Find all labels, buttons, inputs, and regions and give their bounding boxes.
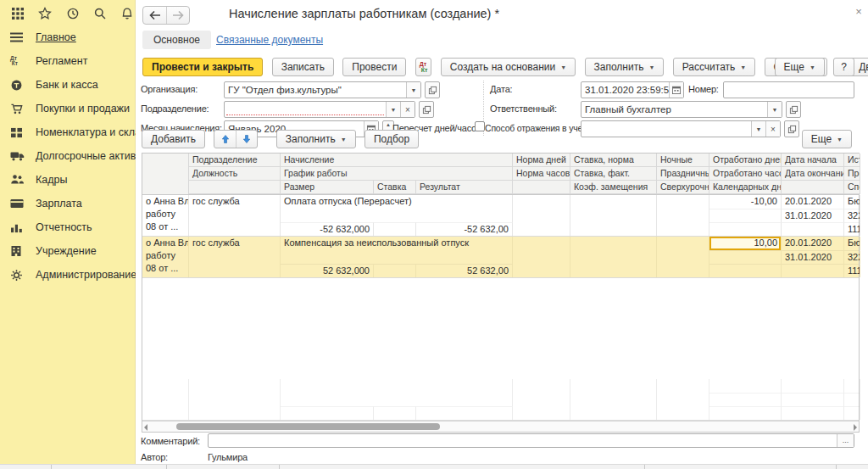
cell-norm[interactable] xyxy=(513,237,570,277)
cell-employee[interactable]: о Анна Вла... работу 08 от ... xyxy=(142,195,189,236)
cell-employee[interactable]: о Анна Вла... работу 08 от ... xyxy=(142,237,189,277)
responsible-value[interactable]: Главный бухгалтер xyxy=(581,102,767,117)
cell-date-end[interactable]: 31.01.2020 xyxy=(782,209,844,222)
cell-night[interactable] xyxy=(657,195,709,236)
cell-date-blank[interactable] xyxy=(782,264,844,277)
dropdown-caret-icon[interactable]: ▼ xyxy=(767,102,782,117)
sidebar-item-reporting[interactable]: Отчетность xyxy=(0,215,135,239)
calculate-button[interactable]: Рассчитать▼ xyxy=(673,58,756,76)
post-button[interactable]: Провести xyxy=(342,58,406,76)
cell-norm[interactable] xyxy=(513,195,570,236)
cell-fin-specifics[interactable]: 111 xyxy=(844,264,860,277)
search-icon[interactable] xyxy=(92,5,108,22)
cell-date-start[interactable]: 20.01.2020 xyxy=(782,237,844,250)
date-field[interactable]: 31.01.2020 23:59:59 xyxy=(581,81,684,98)
organization-open-button[interactable] xyxy=(425,81,440,98)
dropdown-caret-icon[interactable]: ▼ xyxy=(386,102,400,117)
organization-value[interactable]: ГУ "Отдел физ.культуры" xyxy=(225,82,406,98)
cell-fin-program[interactable]: 322 xyxy=(844,209,860,222)
department-value[interactable] xyxy=(226,103,384,115)
table-fill-button[interactable]: Заполнить▼ xyxy=(276,130,356,148)
cell-date-start[interactable]: 20.01.2020 xyxy=(782,195,844,209)
scroll-right-icon[interactable] xyxy=(854,424,857,431)
table-row[interactable]: о Анна Вла... работу 08 от ... гос служб… xyxy=(142,195,859,237)
cell-size[interactable]: -52 632,000 xyxy=(281,222,374,236)
cell-worked-days-active[interactable]: 10,00 xyxy=(709,237,782,250)
forward-button[interactable] xyxy=(166,7,189,24)
tab-main[interactable]: Основное xyxy=(142,31,211,49)
add-row-button[interactable]: Добавить xyxy=(142,130,205,148)
pick-button[interactable]: Подбор xyxy=(364,130,419,148)
sidebar-item-main[interactable]: Главное xyxy=(0,25,135,49)
cell-result[interactable]: 52 632,00 xyxy=(416,264,513,277)
sidebar-item-administration[interactable]: Администрирование xyxy=(0,263,135,287)
sidebar-item-bank-cash[interactable]: Банк и касса xyxy=(0,73,135,97)
sidebar-item-salary[interactable]: Зарплата xyxy=(0,192,135,215)
cell-rates[interactable] xyxy=(570,195,657,236)
cell-calendar-days[interactable] xyxy=(709,264,782,277)
sidebar-item-institution[interactable]: Учреждение xyxy=(0,239,135,263)
calendar-icon[interactable] xyxy=(669,82,683,98)
sidebar-item-hr[interactable]: Кадры xyxy=(0,168,135,192)
fill-button[interactable]: Заполнить▼ xyxy=(585,58,665,76)
post-and-close-button[interactable]: Провести и закрыть xyxy=(142,58,263,76)
organization-field[interactable]: ГУ "Отдел физ.культуры" ▼ xyxy=(224,81,421,98)
move-up-icon[interactable] xyxy=(214,131,236,148)
cell-worked-days[interactable]: -10,00 xyxy=(709,195,782,209)
cell-size[interactable]: 52 632,000 xyxy=(281,264,374,277)
sidebar-item-purchases-sales[interactable]: Покупки и продажи xyxy=(0,97,135,120)
create-based-on-button[interactable]: Создать на основании▼ xyxy=(441,58,576,76)
apps-grid-icon[interactable] xyxy=(10,5,25,22)
sidebar-item-long-term-assets[interactable]: Долгосрочные активы xyxy=(0,144,135,168)
tab-related-documents[interactable]: Связанные документы xyxy=(216,34,323,46)
cell-fin-specifics[interactable]: 111 xyxy=(844,222,860,236)
sidebar-item-nomenclature-warehouse[interactable]: Номенклатура и склад xyxy=(0,120,135,144)
comment-value[interactable] xyxy=(209,434,837,447)
bottom-windows-bar[interactable] xyxy=(0,464,868,469)
date-value[interactable]: 31.01.2020 23:59:59 xyxy=(581,82,669,98)
cell-department[interactable]: гос служба xyxy=(189,195,281,236)
cell-schedule[interactable] xyxy=(281,250,513,264)
cell-fin-program[interactable]: 322 xyxy=(844,250,860,264)
cell-rate[interactable] xyxy=(374,222,416,236)
horizontal-scrollbar[interactable] xyxy=(142,421,859,432)
cell-date-blank[interactable] xyxy=(782,222,844,236)
table-more-button[interactable]: Еще▼ xyxy=(802,130,852,148)
close-icon[interactable]: × xyxy=(852,5,865,18)
cell-accrual[interactable]: Оплата отпуска (Перерасчет) xyxy=(281,195,513,209)
cell-worked-hours[interactable] xyxy=(709,209,782,222)
help-button[interactable]: ? xyxy=(833,58,854,76)
sidebar-item-reglament[interactable]: Дт Кт Регламент xyxy=(0,49,135,73)
cell-fin-source[interactable]: Бюд xyxy=(844,237,860,250)
department-open-button[interactable] xyxy=(419,101,434,118)
star-icon[interactable] xyxy=(37,5,53,22)
cell-result[interactable]: -52 632,00 xyxy=(416,222,513,236)
more-button[interactable]: Еще▼ xyxy=(775,58,825,76)
table-row-selected[interactable]: о Анна Вла... работу 08 от ... гос служб… xyxy=(142,237,859,278)
cell-date-end[interactable]: 31.01.2020 xyxy=(782,250,844,264)
comment-more-button[interactable]: ... xyxy=(837,434,854,447)
department-field[interactable]: ▼ × xyxy=(224,101,415,118)
notifications-bell-icon[interactable] xyxy=(120,5,135,22)
cell-fin-source[interactable]: Бюд xyxy=(844,195,860,209)
save-button[interactable]: Записать xyxy=(272,58,334,76)
number-field[interactable] xyxy=(723,81,854,98)
scrollbar-thumb[interactable] xyxy=(176,423,440,430)
responsible-open-button[interactable] xyxy=(786,101,801,118)
cell-schedule[interactable] xyxy=(281,209,513,222)
back-button[interactable] xyxy=(143,7,166,24)
responsible-field[interactable]: Главный бухгалтер ▼ xyxy=(581,101,782,118)
cell-calendar-days[interactable] xyxy=(709,222,782,236)
comment-field[interactable]: ... xyxy=(208,433,854,448)
cell-rate[interactable] xyxy=(374,264,416,277)
cell-department[interactable]: гос служба xyxy=(189,237,281,277)
number-value[interactable] xyxy=(724,82,854,98)
move-down-icon[interactable] xyxy=(236,131,257,148)
clear-field-icon[interactable]: × xyxy=(400,102,415,117)
cell-night[interactable] xyxy=(657,237,709,277)
dropdown-caret-icon[interactable]: ▼ xyxy=(406,82,420,98)
cell-rates[interactable] xyxy=(570,237,657,277)
scroll-left-icon[interactable] xyxy=(144,424,147,431)
cell-worked-hours[interactable] xyxy=(709,250,782,264)
cell-accrual[interactable]: Компенсация за неиспользованный отпуск xyxy=(281,237,513,250)
